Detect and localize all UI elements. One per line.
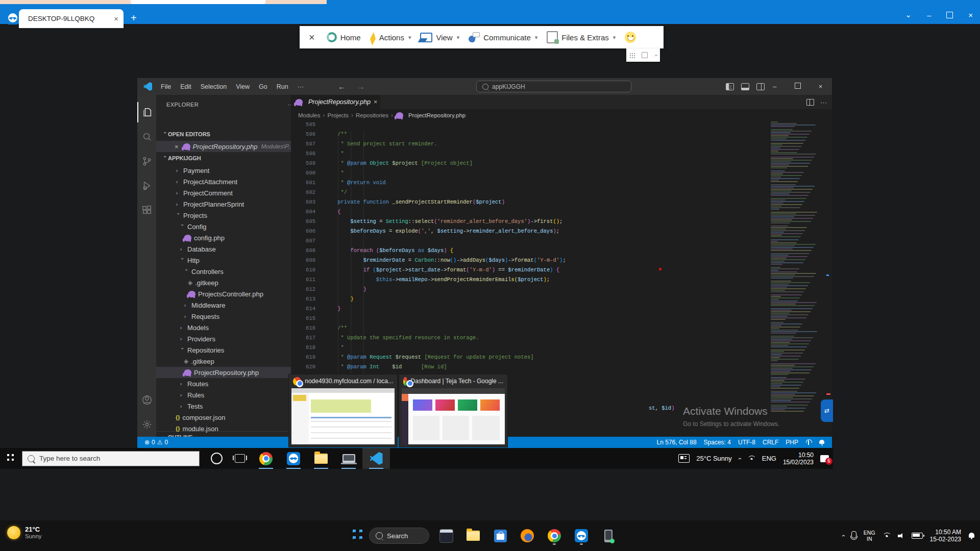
tree-item-composer-json[interactable]: {}composer.json (156, 412, 291, 423)
open-editor-item[interactable]: × ProjectRepository.php Modules\P... (156, 141, 291, 152)
collapse-toolbar-icon[interactable]: › (652, 54, 659, 56)
tree-item-models[interactable]: ›Models (156, 322, 291, 333)
microphone-icon[interactable] (851, 531, 856, 538)
file-explorer-icon[interactable] (307, 448, 335, 469)
teamviewer-icon[interactable] (280, 448, 307, 469)
tree-item-repositories[interactable]: ›Repositories (156, 344, 291, 356)
clock[interactable]: 10:50 AM 15-02-2023 (930, 529, 961, 543)
status-item[interactable]: Spaces: 4 (704, 439, 731, 446)
language-indicator[interactable]: ENG (762, 455, 776, 462)
session-tab-close-icon[interactable]: × (114, 14, 118, 23)
clock[interactable]: 10:50 15/02/2023 (783, 452, 814, 466)
broadcast-icon[interactable] (805, 439, 812, 445)
editor-more-icon[interactable]: ··· (820, 98, 827, 106)
forward-icon[interactable]: → (357, 82, 364, 91)
chrome-icon[interactable] (544, 525, 565, 546)
device-icon[interactable] (335, 448, 362, 469)
close-editor-icon[interactable]: × (175, 143, 179, 151)
back-icon[interactable]: ← (338, 82, 346, 91)
breadcrumb-item[interactable]: Modules (298, 112, 320, 118)
close-icon[interactable]: × (968, 11, 973, 19)
terminal-icon[interactable] (436, 525, 456, 546)
tree-item-tests[interactable]: ›Tests (156, 400, 291, 412)
source-control-icon[interactable] (137, 151, 156, 171)
status-item[interactable]: PHP (786, 439, 798, 446)
tree-item-projectrepository-php[interactable]: ProjectRepository.php (156, 367, 291, 378)
taskbar-search-input[interactable]: Type here to search (22, 451, 200, 466)
status-item[interactable]: CRLF (763, 439, 778, 446)
grid-dots-icon[interactable] (629, 53, 635, 58)
breadcrumb-item[interactable]: Projects (327, 112, 349, 118)
network-icon[interactable] (747, 456, 755, 462)
status-item[interactable]: Ln 576, Col 88 (657, 439, 697, 446)
status-item[interactable]: UTF-8 (738, 439, 755, 446)
phone-link-icon[interactable] (598, 525, 619, 546)
news-weather-icon[interactable] (678, 454, 690, 463)
run-debug-icon[interactable] (137, 176, 156, 196)
tree-item-projectplannersprint[interactable]: ›ProjectPlannerSprint (156, 198, 291, 210)
vscode-restore-icon[interactable] (786, 83, 809, 90)
settings-gear-icon[interactable] (137, 414, 156, 435)
menu-go[interactable]: Go (254, 83, 272, 90)
tree-item-payment[interactable]: ›Payment (156, 165, 291, 176)
menu-edit[interactable]: Edit (176, 83, 196, 90)
toolbar-files-extras[interactable]: Files & Extras▾ (542, 31, 620, 43)
toolbar-view[interactable]: View▾ (415, 33, 464, 42)
menu-run[interactable]: Run (272, 83, 293, 90)
menu-selection[interactable]: Selection (196, 83, 231, 90)
chrome-preview-1[interactable]: node4930.myfcloud.com / loca... (288, 374, 398, 447)
menu-file[interactable]: File (156, 83, 176, 90)
wifi-icon[interactable] (883, 533, 891, 539)
tree-item-projectcomment[interactable]: ›ProjectComment (156, 187, 291, 198)
menu-view[interactable]: View (231, 83, 254, 90)
maximize-icon[interactable] (946, 12, 953, 18)
task-view-icon[interactable] (235, 454, 245, 463)
tab-close-icon[interactable]: × (374, 98, 377, 106)
teamviewer-icon[interactable] (571, 525, 592, 546)
taskbar-search-input[interactable]: Search (369, 528, 429, 544)
start-button-icon[interactable] (350, 530, 362, 542)
customize-layout-icon[interactable] (726, 82, 765, 91)
minimap[interactable] (768, 121, 825, 437)
tree-item-routes[interactable]: ›Routes (156, 378, 291, 389)
tree-item-projectattachment[interactable]: ›ProjectAttachment (156, 176, 291, 187)
toolbar-home[interactable]: Home (322, 32, 365, 42)
language-indicator[interactable]: ENG IN (864, 530, 875, 542)
toolbar-close-icon[interactable]: × (306, 32, 318, 43)
tree-item-http[interactable]: ›Http (156, 255, 291, 266)
breadcrumb-item[interactable]: ProjectRepository.php (396, 112, 465, 119)
accounts-icon[interactable] (137, 390, 156, 410)
problems-indicator[interactable]: ⊗ 0 ⚠ 0 (144, 439, 168, 446)
file-explorer-icon[interactable] (463, 525, 483, 546)
tree-item-projects[interactable]: ›Projects (156, 210, 291, 221)
tree-item--gitkeep[interactable]: ◈.gitkeep (156, 356, 291, 367)
vscode-minimize-icon[interactable]: – (763, 83, 786, 90)
split-editor-icon[interactable] (806, 99, 814, 106)
new-session-button[interactable]: + (131, 12, 137, 24)
tree-item-middleware[interactable]: ›Middleware (156, 299, 291, 311)
vscode-close-icon[interactable]: × (809, 83, 832, 90)
start-button-icon[interactable] (5, 454, 14, 463)
toolbar-smiley[interactable] (620, 32, 641, 43)
firefox-icon[interactable] (517, 525, 537, 546)
extensions-icon[interactable] (137, 200, 156, 220)
tray-chevron-icon[interactable]: › (736, 458, 743, 460)
weather-widget[interactable]: 21°C Sunny (7, 525, 42, 539)
tree-item-projectscontroller-php[interactable]: ProjectsController.php (156, 288, 291, 299)
tree-item-module-json[interactable]: {}module.json (156, 423, 291, 434)
toolbar-actions[interactable]: Actions▾ (365, 33, 416, 42)
tree-item-database[interactable]: ›Database (156, 243, 291, 255)
speaker-icon[interactable] (898, 533, 904, 539)
tree-item-controllers[interactable]: ›Controllers (156, 266, 291, 277)
toolbar-communicate[interactable]: Communicate▾ (464, 32, 542, 42)
vscode-icon[interactable] (362, 448, 390, 469)
preview-thumbnail[interactable] (291, 388, 395, 444)
breadcrumb-item[interactable]: Repositories (356, 112, 388, 118)
cortana-icon[interactable] (211, 453, 223, 464)
tree-item-rules[interactable]: ›Rules (156, 389, 291, 400)
tab-projectrepository[interactable]: ProjectRepository.php × (291, 95, 380, 109)
teamviewer-side-grip[interactable]: ⇄ (821, 399, 833, 422)
preview-thumbnail[interactable] (402, 388, 505, 444)
notifications-bell-icon[interactable] (968, 532, 975, 539)
fullscreen-icon[interactable] (642, 52, 648, 58)
